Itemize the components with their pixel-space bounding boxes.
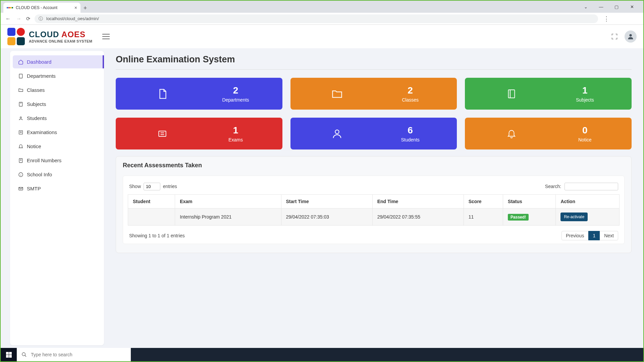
page-title: Online Examination System — [116, 54, 632, 65]
document-icon — [156, 88, 168, 100]
pagination: Previous 1 Next — [561, 231, 618, 240]
menu-toggle-icon[interactable] — [102, 34, 110, 39]
paper-icon — [156, 128, 168, 139]
page-1[interactable]: 1 — [588, 231, 600, 240]
svg-point-21 — [22, 353, 25, 356]
close-window-icon[interactable]: ✕ — [627, 4, 637, 9]
card-count: 1 — [548, 85, 622, 96]
page-prev[interactable]: Previous — [561, 231, 588, 240]
card-departments[interactable]: 2Departments — [116, 78, 282, 110]
svg-rect-2 — [19, 102, 22, 106]
fullscreen-icon[interactable] — [611, 33, 618, 40]
start-button[interactable] — [1, 348, 17, 361]
svg-rect-17 — [159, 131, 166, 136]
sidebar-label: Classes — [27, 87, 45, 93]
col-start[interactable]: Start Time — [281, 195, 372, 208]
file-icon — [18, 73, 23, 79]
card-label: Exams — [199, 137, 272, 142]
logo-mark-icon — [7, 28, 25, 45]
sidebar-label: Departments — [27, 73, 56, 79]
tab-close-icon[interactable]: × — [74, 5, 77, 10]
entries-selector: Show entries — [129, 183, 177, 190]
sidebar-item-enroll[interactable]: Enroll Numbers — [13, 154, 101, 167]
user-avatar[interactable] — [625, 31, 637, 43]
cell-end: 29/04/2022 07:35:55 — [372, 208, 464, 226]
stat-cards: 2Departments 2Classes 1Subjects 1Exams 6… — [116, 78, 632, 149]
search-icon — [21, 352, 27, 357]
logo-subtitle: ADVANCE ONLINE EXAM SYSTEM — [29, 39, 92, 43]
folder-icon — [331, 88, 343, 100]
app-logo[interactable]: CLOUD AOES ADVANCE ONLINE EXAM SYSTEM — [7, 28, 92, 45]
sidebar-label: Dashboard — [27, 59, 51, 65]
chevron-down-icon[interactable]: ⌄ — [581, 4, 590, 9]
col-end[interactable]: End Time — [372, 195, 464, 208]
card-label: Departments — [199, 97, 272, 103]
entries-label: entries — [163, 184, 177, 189]
search-label: Search: — [545, 184, 561, 189]
url-input[interactable]: ⓘ localhost/cloud_oes/admin/ — [35, 14, 598, 23]
windows-taskbar — [1, 348, 643, 361]
card-count: 6 — [374, 125, 447, 136]
sidebar-item-school-info[interactable]: School Info — [13, 168, 101, 181]
site-info-icon[interactable]: ⓘ — [39, 16, 43, 22]
sidebar-item-dashboard[interactable]: Dashboard — [13, 55, 104, 68]
sidebar-label: Notice — [27, 143, 41, 149]
info-icon — [18, 172, 23, 177]
sidebar-item-notice[interactable]: Notice — [13, 140, 101, 153]
sidebar-item-smtp[interactable]: SMTP — [13, 182, 101, 195]
page-next[interactable]: Next — [600, 231, 618, 240]
exam-icon — [18, 130, 23, 135]
sidebar-label: School Info — [27, 172, 52, 177]
card-notice[interactable]: 0Notice — [465, 118, 632, 149]
reload-button[interactable]: ⟳ — [26, 16, 31, 22]
browser-menu-icon[interactable]: ⋮ — [602, 15, 611, 22]
sidebar-item-classes[interactable]: Classes — [13, 83, 101, 97]
back-button[interactable]: ← — [5, 16, 11, 22]
reactivate-button[interactable]: Re-activate — [560, 213, 588, 221]
user-icon — [18, 116, 23, 121]
maximize-icon[interactable]: ▢ — [612, 4, 621, 9]
card-count: 2 — [374, 85, 447, 96]
sidebar-item-subjects[interactable]: Subjects — [13, 98, 101, 111]
sidebar-label: Students — [27, 115, 47, 121]
status-badge: Passed! — [508, 214, 529, 221]
card-label: Classes — [374, 97, 447, 103]
sidebar-label: Examinations — [27, 129, 57, 135]
col-score[interactable]: Score — [464, 195, 503, 208]
browser-tab-bar: CLOUD OES - Account × + ⌄ — ▢ ✕ — [1, 1, 643, 13]
minimize-icon[interactable]: — — [596, 4, 606, 9]
address-bar: ← → ⟳ ⓘ localhost/cloud_oes/admin/ ⋮ — [1, 13, 643, 25]
bell-icon — [18, 144, 23, 149]
col-status[interactable]: Status — [503, 195, 556, 208]
svg-line-22 — [25, 355, 26, 357]
forward-button[interactable]: → — [15, 16, 22, 22]
sidebar-item-students[interactable]: Students — [13, 112, 101, 125]
col-action[interactable]: Action — [556, 195, 620, 208]
col-student[interactable]: Student — [128, 195, 175, 208]
card-classes[interactable]: 2Classes — [290, 78, 457, 110]
sidebar-item-departments[interactable]: Departments — [13, 69, 101, 82]
browser-tab[interactable]: CLOUD OES - Account × — [3, 3, 80, 13]
svg-rect-15 — [508, 90, 515, 98]
new-tab-button[interactable]: + — [80, 3, 90, 13]
windows-icon — [6, 352, 12, 358]
card-students[interactable]: 6Students — [290, 118, 457, 149]
favicon-icon — [7, 7, 13, 8]
folder-icon — [18, 87, 23, 93]
card-count: 0 — [548, 125, 622, 136]
svg-point-4 — [20, 117, 21, 118]
entries-input[interactable] — [144, 183, 160, 190]
sidebar-label: SMTP — [27, 186, 41, 191]
col-exam[interactable]: Exam — [175, 195, 281, 208]
card-subjects[interactable]: 1Subjects — [465, 78, 632, 110]
search-input[interactable] — [565, 183, 618, 190]
recent-assessments-panel: Recent Assessments Taken Show entries Se… — [116, 156, 632, 253]
taskbar-search[interactable] — [17, 348, 131, 361]
user-icon — [627, 33, 634, 40]
sidebar: Dashboard Departments Classes Subjects S… — [10, 51, 104, 345]
logo-text-1b: AOES — [61, 30, 86, 39]
card-exams[interactable]: 1Exams — [116, 118, 282, 149]
taskbar-search-input[interactable] — [31, 352, 126, 357]
home-icon — [18, 59, 23, 65]
sidebar-item-examinations[interactable]: Examinations — [13, 126, 101, 139]
